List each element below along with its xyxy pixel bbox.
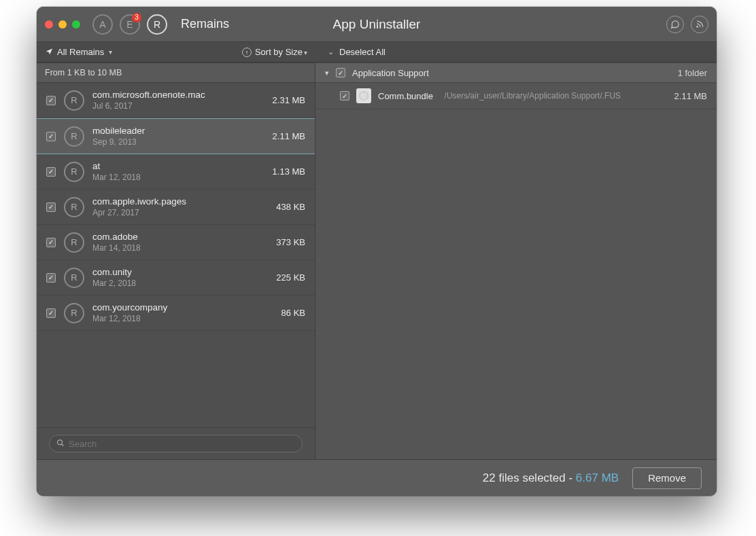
remains-item-icon: R: [64, 126, 84, 147]
right-pane: ▾ ✓ Application Support 1 folder ✓Comm.b…: [315, 62, 717, 459]
remains-item-icon: R: [64, 90, 84, 111]
remains-item-icon: R: [64, 162, 84, 182]
tab-remains-icon[interactable]: R: [147, 14, 167, 35]
minimize-window-button[interactable]: [58, 20, 67, 29]
section-title: Application Support: [352, 68, 429, 78]
search-icon: [56, 439, 65, 449]
svg-point-1: [58, 440, 63, 444]
file-path: /Users/air_user/Library/Application Supp…: [440, 91, 621, 101]
item-name: at: [92, 161, 264, 171]
list-item[interactable]: ✓Rcom.unityMar 2, 2018225 KB: [37, 260, 315, 296]
item-date: Sep 9, 2013: [92, 137, 264, 147]
disclosure-triangle-icon[interactable]: ▾: [325, 69, 329, 77]
rss-icon[interactable]: [691, 16, 708, 33]
deselect-all-button[interactable]: Deselect All: [339, 47, 385, 57]
item-date: Mar 12, 2018: [92, 314, 273, 323]
size-range-header: From 1 KB to 10 MB: [37, 62, 315, 83]
item-checkbox[interactable]: ✓: [46, 202, 56, 212]
section-label: Remains: [181, 17, 229, 31]
toolbar: All Remains ↑ Sort by Size ⌄ Deselect Al…: [37, 42, 717, 62]
remains-list: ✓Rcom.microsoft.onenote.macJul 6, 20172.…: [37, 83, 315, 427]
left-pane: From 1 KB to 10 MB ✓Rcom.microsoft.oneno…: [37, 62, 315, 459]
sort-dropdown[interactable]: ↑ Sort by Size: [242, 47, 307, 57]
item-name: mobileleader: [92, 126, 264, 136]
item-date: Mar 12, 2018: [92, 173, 264, 182]
zoom-window-button[interactable]: [72, 20, 80, 29]
item-name: com.microsoft.onenote.mac: [92, 90, 264, 100]
detail-section-header[interactable]: ▾ ✓ Application Support 1 folder: [315, 62, 717, 83]
item-size: 373 KB: [276, 237, 305, 247]
item-size: 438 KB: [276, 202, 305, 212]
mode-tabs: A E 3 R Remains: [92, 14, 229, 35]
location-icon: [45, 47, 53, 57]
tab-applications-icon[interactable]: A: [92, 14, 113, 35]
list-item[interactable]: ✓Rcom.microsoft.onenote.macJul 6, 20172.…: [37, 83, 315, 118]
item-size: 1.13 MB: [273, 166, 305, 177]
app-title: App Uninstaller: [333, 17, 421, 32]
item-checkbox[interactable]: ✓: [46, 238, 56, 247]
file-size: 2.11 MB: [674, 91, 707, 101]
extensions-badge: 3: [132, 13, 141, 22]
svg-point-0: [696, 26, 698, 27]
item-name: com.unity: [92, 267, 268, 277]
item-name: com.yourcompany: [92, 302, 273, 312]
close-window-button[interactable]: [45, 20, 53, 29]
item-checkbox[interactable]: ✓: [46, 96, 56, 105]
list-item[interactable]: ✓RmobileleaderSep 9, 20132.11 MB: [37, 118, 315, 154]
item-name: com.adobe: [92, 232, 268, 242]
item-checkbox[interactable]: ✓: [46, 308, 56, 318]
sort-direction-icon: ↑: [242, 48, 252, 57]
item-date: Jul 6, 2017: [92, 101, 264, 111]
item-size: 2.11 MB: [273, 131, 305, 141]
item-date: Mar 14, 2018: [92, 243, 268, 253]
chevron-down-icon[interactable]: ⌄: [328, 48, 334, 56]
remains-item-icon: R: [64, 268, 84, 288]
tab-extensions-icon[interactable]: E 3: [120, 14, 140, 35]
item-date: Apr 27, 2017: [92, 208, 268, 217]
bundle-icon: [356, 88, 371, 103]
search-input[interactable]: [49, 435, 303, 452]
item-checkbox[interactable]: ✓: [46, 167, 56, 177]
footer: 22 files selected - 6.67 MB Remove: [37, 459, 717, 496]
svg-line-2: [62, 444, 64, 446]
search-field[interactable]: [69, 439, 295, 449]
feedback-icon[interactable]: [666, 16, 684, 33]
file-name: Comm.bundle: [378, 91, 433, 101]
app-window: A E 3 R Remains App Uninstaller: [37, 7, 717, 496]
file-checkbox[interactable]: ✓: [340, 91, 349, 101]
remove-button[interactable]: Remove: [632, 467, 702, 489]
file-row[interactable]: ✓Comm.bundle /Users/air_user/Library/App…: [315, 83, 717, 109]
remains-item-icon: R: [64, 303, 84, 323]
list-item[interactable]: ✓Rcom.yourcompanyMar 12, 201886 KB: [37, 296, 315, 331]
item-date: Mar 2, 2018: [92, 279, 268, 288]
list-item[interactable]: ✓Rcom.adobeMar 14, 2018373 KB: [37, 225, 315, 260]
remains-item-icon: R: [64, 197, 84, 217]
section-checkbox[interactable]: ✓: [336, 68, 345, 77]
main-body: From 1 KB to 10 MB ✓Rcom.microsoft.oneno…: [37, 62, 717, 459]
filter-dropdown[interactable]: All Remains: [57, 47, 112, 57]
window-controls: [45, 20, 80, 29]
item-size: 86 KB: [281, 308, 305, 318]
remains-item-icon: R: [64, 232, 84, 253]
list-item[interactable]: ✓Rcom.apple.iwork.pagesApr 27, 2017438 K…: [37, 190, 315, 225]
item-name: com.apple.iwork.pages: [92, 196, 268, 207]
list-item[interactable]: ✓RatMar 12, 20181.13 MB: [37, 154, 315, 190]
item-size: 225 KB: [276, 272, 305, 283]
item-size: 2.31 MB: [273, 95, 305, 105]
titlebar: A E 3 R Remains App Uninstaller: [37, 7, 717, 42]
file-list: ✓Comm.bundle /Users/air_user/Library/App…: [315, 83, 717, 109]
item-checkbox[interactable]: ✓: [46, 132, 56, 141]
item-checkbox[interactable]: ✓: [46, 273, 56, 283]
footer-summary: 22 files selected - 6.67 MB: [483, 471, 619, 485]
section-count: 1 folder: [678, 68, 707, 78]
